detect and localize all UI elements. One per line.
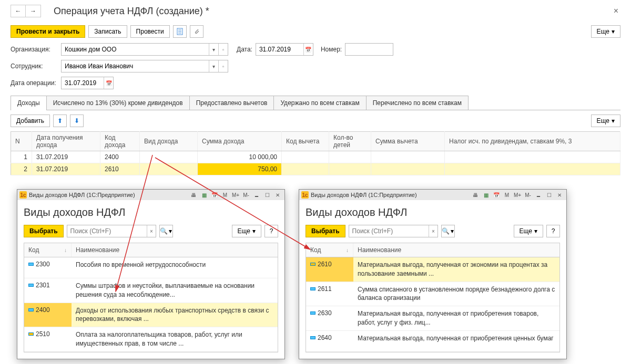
col-children[interactable]: Кол-во детей — [329, 132, 371, 151]
search-button[interactable]: 🔍▾ — [441, 225, 455, 237]
col-code[interactable]: Код дохода — [100, 132, 140, 151]
mem-m[interactable]: М — [502, 191, 512, 199]
popup-col-name[interactable]: Наименование — [72, 243, 278, 257]
list-item-selected[interactable]: 2610 Материальная выгода, полученная от … — [306, 257, 559, 282]
dropdown-icon[interactable]: ▾ — [209, 60, 218, 72]
col-date[interactable]: Дата получения дохода — [32, 132, 100, 151]
grid-row[interactable]: 1 31.07.2019 2400 10 000,00 — [11, 151, 620, 163]
maximize-icon[interactable]: ☐ — [262, 191, 272, 199]
mem-mminus[interactable]: М- — [241, 191, 251, 199]
add-button[interactable]: Добавить — [11, 115, 50, 127]
col-n[interactable]: N — [11, 132, 32, 151]
tab-calc-13[interactable]: Исчислено по 13% (30%) кроме дивидендов — [46, 96, 190, 110]
number-field[interactable] — [345, 43, 393, 56]
list-item[interactable]: 2301 Суммы штрафов и неустойки, выплачив… — [24, 278, 278, 303]
maximize-icon[interactable]: ☐ — [544, 191, 554, 199]
search-input[interactable]: × — [67, 225, 156, 237]
print-icon[interactable]: 🖶 — [471, 191, 480, 199]
submit-button[interactable]: Провести — [130, 25, 170, 38]
popup-more-button[interactable]: Еще▾ — [232, 225, 261, 237]
help-button[interactable]: ? — [264, 225, 278, 237]
document-icon-button[interactable] — [173, 25, 187, 38]
popup-more-button[interactable]: Еще▾ — [514, 225, 543, 237]
tab-deductions[interactable]: Предоставлено вычетов — [189, 96, 274, 110]
calc-icon[interactable]: ▦ — [199, 191, 209, 199]
caret-down-icon: ▾ — [612, 28, 615, 35]
list-item[interactable]: 2630 Материальная выгода, полученная от … — [306, 306, 559, 331]
calendar-mini-icon[interactable]: 📅 — [210, 191, 219, 199]
dropdown-icon[interactable]: ▾ — [209, 44, 218, 55]
calc-icon[interactable]: ▦ — [481, 191, 491, 199]
popup-table: Код↓ Наименование 2300 Пособия по времен… — [24, 243, 278, 352]
open-icon[interactable]: ▫ — [218, 60, 228, 72]
save-button[interactable]: Записать — [88, 25, 127, 38]
col-amount[interactable]: Сумма дохода — [198, 132, 282, 151]
search-input[interactable]: × — [349, 225, 438, 237]
date-field[interactable]: 📅 — [256, 43, 313, 56]
more-button[interactable]: Еще▾ — [591, 25, 620, 38]
move-up-button[interactable]: ⬆ — [53, 115, 67, 127]
select-button[interactable]: Выбрать — [24, 225, 64, 237]
mem-m[interactable]: М — [220, 191, 230, 199]
list-item[interactable]: 2640 Материальная выгода, полученная от … — [306, 331, 559, 352]
grid-row-selected[interactable]: 2 31.07.2019 2610 750,00 — [11, 163, 620, 175]
col-tax[interactable]: Налог исч. по дивидендам, ставкам 9%, 3 — [445, 132, 620, 151]
open-icon[interactable]: ▫ — [218, 44, 228, 55]
paperclip-icon — [193, 28, 200, 35]
col-type[interactable]: Вид дохода — [140, 132, 198, 151]
search-icon: 🔍 — [160, 227, 168, 235]
attachment-button[interactable] — [190, 25, 203, 38]
list-item[interactable]: 2611 Сумма списанного в установленном по… — [306, 282, 559, 307]
popup-title: Виды доходов НДФЛ (1С:Предприятие) — [311, 192, 417, 198]
org-field[interactable]: ▾ ▫ — [61, 43, 228, 56]
row-icon — [310, 263, 316, 266]
caret-down-icon: ▾ — [612, 117, 615, 124]
income-grid[interactable]: N Дата получения дохода Код дохода Вид д… — [11, 131, 620, 175]
date-label: Дата: — [237, 46, 252, 53]
clear-search-icon[interactable]: × — [147, 225, 155, 237]
op-date-field[interactable]: 📅 — [61, 77, 114, 89]
tab-income[interactable]: Доходы — [11, 96, 47, 110]
tab-transferred[interactable]: Перечислено по всем ставкам — [366, 96, 469, 110]
calendar-icon[interactable]: 📅 — [104, 77, 113, 89]
nav-back-button[interactable]: ← — [11, 5, 26, 17]
tab-withheld[interactable]: Удержано по всем ставкам — [273, 96, 366, 110]
popup-col-code[interactable]: Код↓ — [24, 243, 72, 257]
help-button[interactable]: ? — [546, 225, 560, 237]
print-icon[interactable]: 🖶 — [189, 191, 198, 199]
tabs: Доходы Исчислено по 13% (30%) кроме диви… — [11, 96, 620, 110]
minimize-icon[interactable]: 🗕 — [252, 191, 261, 199]
nav-forward-button[interactable]: → — [26, 5, 40, 17]
calendar-mini-icon[interactable]: 📅 — [492, 191, 501, 199]
search-button[interactable]: 🔍▾ — [159, 225, 173, 237]
employee-label: Сотрудник: — [11, 63, 58, 70]
list-item-selected[interactable]: 2400 Доходы от использования любых транс… — [24, 303, 278, 328]
submit-close-button[interactable]: Провести и закрыть — [11, 25, 85, 38]
list-item[interactable]: 2300 Пособия по временной нетрудоспособн… — [24, 257, 278, 278]
arrow-down-icon: ⬇ — [74, 117, 79, 124]
popup-col-name[interactable]: Наименование — [353, 243, 559, 257]
employee-field[interactable]: ▾ ▫ — [61, 60, 228, 72]
col-ded-amount[interactable]: Сумма вычета — [371, 132, 445, 151]
popup-col-code[interactable]: Код↓ — [306, 243, 353, 257]
mem-mminus[interactable]: М- — [523, 191, 533, 199]
move-down-button[interactable]: ⬇ — [70, 115, 84, 127]
clear-search-icon[interactable]: × — [429, 225, 437, 237]
row-icon — [28, 332, 34, 336]
mem-mplus[interactable]: М+ — [231, 191, 240, 199]
income-types-dialog-2: 1c Виды доходов НДФЛ (1С:Предприятие) 🖶 … — [299, 189, 567, 359]
sort-down-icon: ↓ — [346, 247, 349, 253]
close-icon[interactable]: ✕ — [555, 191, 564, 199]
sub-more-button[interactable]: Еще▾ — [591, 115, 620, 127]
minimize-icon[interactable]: 🗕 — [534, 191, 543, 199]
row-icon — [28, 284, 34, 287]
select-button[interactable]: Выбрать — [306, 225, 345, 237]
close-icon[interactable]: ✕ — [273, 191, 282, 199]
mem-mplus[interactable]: М+ — [513, 191, 522, 199]
calendar-icon[interactable]: 📅 — [303, 44, 313, 55]
org-label: Организация: — [11, 46, 58, 53]
col-ded-code[interactable]: Код вычета — [282, 132, 329, 151]
list-item[interactable]: 2510 Оплата за налогоплательщика товаров… — [24, 327, 278, 352]
close-icon[interactable]: × — [612, 4, 620, 18]
op-date-label: Дата операции: — [11, 79, 58, 87]
